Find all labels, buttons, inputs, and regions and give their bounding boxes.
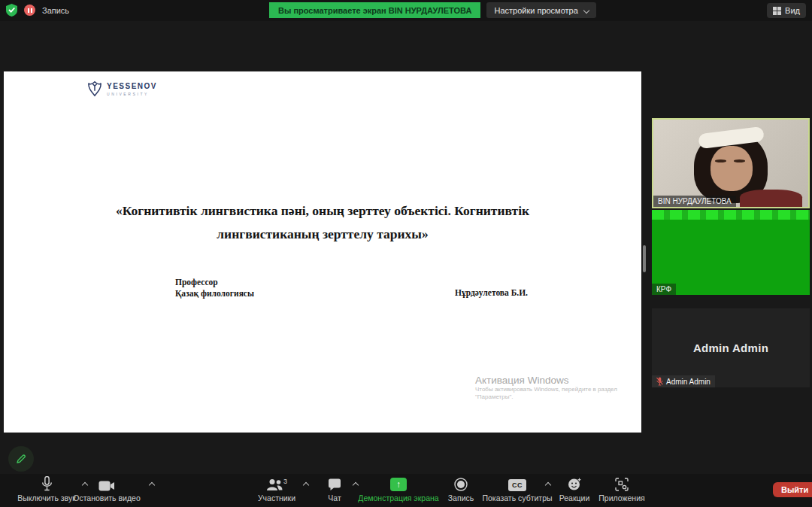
participants-count-badge: 3 [283, 478, 287, 485]
chat-label: Чат [328, 493, 341, 502]
view-settings-dropdown[interactable]: Настройки просмотра [486, 2, 595, 18]
watermark-line1: Чтобы активировать Windows, перейдите в … [475, 386, 617, 393]
view-layout-button[interactable]: Вид [767, 3, 806, 18]
microphone-icon [41, 476, 53, 491]
author-role-line1: Профессор [175, 277, 254, 288]
green-screen-strip [652, 210, 810, 220]
green-screen-video[interactable]: КРФ [652, 220, 810, 295]
view-settings-label: Настройки просмотра [494, 6, 577, 15]
record-label: Запись [448, 493, 474, 502]
slide-title: «Когнитивтік лингвистика пәні, оның зерт… [74, 199, 571, 246]
admin-display-name: Admin Admin [693, 342, 768, 354]
author-name: Нұрдәулетова Б.И. [455, 288, 528, 297]
recording-label: Запись [42, 6, 69, 15]
recording-indicator-cluster: Запись [6, 4, 69, 17]
author-role-line2: Қазақ филологиясы [175, 288, 254, 299]
closed-captions-icon: CC [508, 479, 526, 491]
speaker-portrait-brow [734, 159, 744, 162]
watermark-title: Активация Windows [475, 375, 617, 386]
shared-screen-slide: YESSENOV UNIVERSITY «Когнитивтік лингвис… [4, 71, 641, 433]
meeting-top-bar: Запись Вы просматриваете экран BIN НУРДА… [0, 0, 812, 21]
grid-view-icon [773, 7, 781, 15]
author-role-block: Профессор Қазақ филологиясы [175, 277, 254, 299]
speaker-portrait-brow [715, 159, 726, 162]
share-screen-icon: ↑ [390, 478, 407, 491]
chat-bubble-icon [328, 476, 341, 491]
logo-title: YESSENOV [107, 82, 157, 90]
admin-name-label: Admin Admin [666, 378, 710, 386]
logo-subtitle: UNIVERSITY [107, 92, 157, 96]
muted-mic-icon [656, 377, 663, 386]
speaker-portrait-face [710, 146, 753, 191]
view-button-label: Вид [785, 6, 800, 15]
admin-name-tag: Admin Admin [652, 375, 715, 387]
apps-icon [615, 476, 629, 491]
viewing-screen-banner: Вы просматриваете экран BIN НУРДАУЛЕТОВА [269, 2, 480, 18]
green-tile-name-tag: КРФ [652, 284, 676, 295]
yessenov-logo-icon [86, 80, 103, 97]
apps-button[interactable]: Приложения [577, 476, 667, 502]
security-shield-icon[interactable] [6, 4, 17, 17]
stop-video-label: Остановить видео [73, 493, 140, 502]
university-logo: YESSENOV UNIVERSITY [86, 80, 157, 97]
windows-activation-watermark: Активация Windows Чтобы активировать Win… [475, 375, 617, 401]
active-speaker-video[interactable]: BIN НУРДАУЛЕТОВА [652, 118, 810, 208]
chevron-down-icon [583, 7, 589, 13]
annotation-pencil-button[interactable] [8, 446, 34, 472]
speaker-name-tag: BIN НУРДАУЛЕТОВА [653, 196, 736, 207]
recording-active-icon[interactable] [24, 5, 35, 16]
leave-meeting-button[interactable]: Выйти [773, 482, 812, 497]
video-camera-icon [98, 476, 115, 491]
watermark-line2: "Параметры". [475, 393, 617, 401]
record-icon [454, 476, 468, 491]
apps-label: Приложения [598, 493, 644, 502]
speaker-portrait-shoulder [740, 190, 801, 208]
panel-resize-handle[interactable] [643, 245, 646, 272]
pencil-icon [15, 453, 27, 465]
stop-video-button[interactable]: Остановить видео [62, 476, 152, 502]
meeting-toolbar: Выключить звук Остановить видео 3 Участн… [0, 474, 812, 507]
admin-participant-tile[interactable]: Admin Admin Admin Admin [652, 308, 810, 387]
participants-icon: 3 [266, 476, 287, 491]
